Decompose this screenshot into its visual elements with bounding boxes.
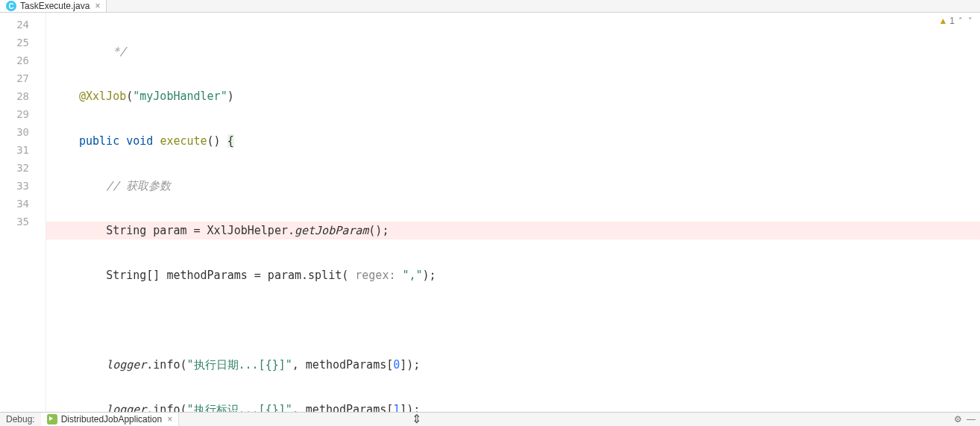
code-text: "执行日期...[{}]" [187,358,292,372]
code-text: "myJobHandler" [133,90,227,103]
code-text: "执行标识...[{}]" [187,403,292,412]
code-text: ) [227,90,234,103]
gutter-line[interactable]: 26 [0,51,45,69]
file-tab-taskexecute[interactable]: C TaskExecute.java × [0,0,107,12]
code-text: String[] methodParams = param.split( [106,269,348,282]
code-text: getJobParam [295,224,368,237]
code-text: .info( [146,403,186,412]
class-icon: C [6,1,16,11]
code-content[interactable]: */ @XxlJob("myJobHandler") public void e… [46,13,980,412]
gutter-line[interactable]: 34 [0,195,45,213]
code-text: 0 [393,358,400,372]
warning-count: 1 [949,16,955,26]
gutter-line[interactable]: 30 [0,123,45,141]
minimize-icon[interactable]: — [967,414,976,425]
inspection-summary[interactable]: ▲ 1 ˄ ˅ [938,16,974,26]
code-text: ( [126,90,133,103]
code-text: logger [106,403,146,412]
gutter-line[interactable]: 31 [0,141,45,159]
code-text: .info( [146,358,186,372]
code-text: public void [79,134,160,148]
code-text: String param = XxlJobHelper. [106,224,295,237]
run-config-name: DistributedJobApplication [61,414,162,425]
chevron-up-icon[interactable]: ˄ [957,16,964,26]
run-config-tab[interactable]: DistributedJobApplication × [41,413,179,426]
chevron-down-icon[interactable]: ˅ [967,16,974,26]
code-text: ]); [400,358,420,372]
gutter-line[interactable]: 25 [0,34,45,51]
code-text: , methodParams[ [292,358,393,372]
gutter-line[interactable]: 35 [0,213,45,231]
gutter-line[interactable]: 24 [0,16,45,34]
gear-icon[interactable]: ⚙ [954,414,962,425]
gutter-line[interactable]: 32 [0,159,45,177]
warning-icon: ▲ [938,16,947,26]
close-icon[interactable]: × [95,1,100,11]
code-text: */ [113,45,126,58]
gutter-line[interactable]: 29 [0,105,45,123]
run-config-icon [47,414,57,425]
code-text: execute [160,134,207,148]
editor-tabbar: C TaskExecute.java × [0,0,980,13]
code-text: , methodParams[ [292,403,393,412]
close-icon[interactable]: × [167,414,172,425]
inlay-hint: regex: [348,269,402,282]
file-tab-label: TaskExecute.java [20,1,89,11]
code-text: { [227,134,234,148]
code-text: logger [106,358,146,372]
line-gutter[interactable]: 24 25 26 27 28 29 30 31 32 33 34 35 [0,13,46,412]
code-text: // 获取参数 [106,179,171,192]
debug-label: Debug: [0,414,41,425]
code-editor[interactable]: ▲ 1 ˄ ˅ 24 25 26 27 28 29 30 31 32 33 34… [0,13,980,412]
code-text: () [207,134,227,148]
code-text: (); [368,224,389,237]
gutter-line[interactable]: 33 [0,177,45,195]
code-text: 1 [393,403,400,412]
debug-toolwindow-bar: Debug: DistributedJobApplication × ⚙ — ⇕ [0,412,980,426]
gutter-line[interactable]: 28 [0,87,45,105]
code-text: @XxlJob [79,90,126,103]
gutter-line[interactable]: 27 [0,69,45,87]
code-text: ]); [400,403,420,412]
resize-cursor-icon: ⇕ [412,412,421,426]
code-text: ); [423,269,436,282]
code-text: "," [402,269,422,282]
